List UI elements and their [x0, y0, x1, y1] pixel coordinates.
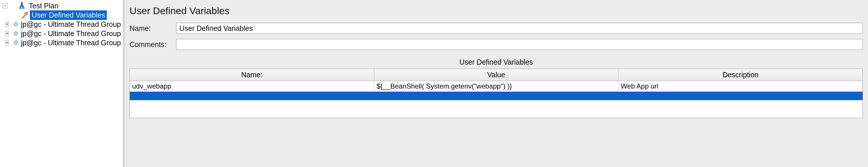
comments-label: Comments:: [129, 40, 173, 49]
cell-name[interactable]: udv_webapp: [130, 81, 374, 91]
gear-icon: [13, 39, 18, 47]
tree-item-thread-group-2[interactable]: + jp@gc - Ultimate Thread Group: [0, 29, 123, 38]
svg-point-8: [15, 33, 17, 34]
table-row[interactable]: udv_webapp ${__BeanShell( System.getenv(…: [130, 81, 863, 92]
tree-item-label[interactable]: jp@gc - Ultimate Thread Group: [19, 20, 123, 29]
tree-root-row[interactable]: − Test Plan: [0, 1, 123, 10]
tree-item-udv[interactable]: User Defined Variables: [0, 10, 123, 20]
col-header-name[interactable]: Name:: [130, 69, 374, 81]
tree-item-label[interactable]: jp@gc - Ultimate Thread Group: [19, 29, 123, 38]
name-label: Name:: [129, 24, 173, 33]
section-title: User Defined Variables: [129, 58, 863, 66]
table-row-selected-empty[interactable]: [130, 92, 863, 101]
table-header: Name: Value Description: [130, 69, 863, 81]
table-body-fill[interactable]: [130, 101, 863, 118]
comments-row: Comments:: [129, 39, 863, 50]
tree-item-label[interactable]: jp@gc - Ultimate Thread Group: [19, 38, 123, 48]
tree-panel: − Test Plan User Defined Variables + jp@…: [0, 0, 124, 167]
flask-icon: [18, 2, 26, 10]
tree-item-label[interactable]: User Defined Variables: [30, 10, 107, 20]
main-panel: User Defined Variables Name: Comments: U…: [124, 0, 868, 167]
expand-icon[interactable]: +: [5, 40, 9, 45]
gear-icon: [13, 29, 18, 37]
name-row: Name:: [129, 23, 863, 34]
tools-icon: [21, 11, 29, 19]
collapse-icon[interactable]: −: [2, 3, 7, 8]
col-header-value[interactable]: Value: [374, 69, 619, 81]
cell-value[interactable]: ${__BeanShell( System.getenv("webapp") )…: [374, 81, 619, 91]
tree-item-thread-group-1[interactable]: + jp@gc - Ultimate Thread Group: [0, 20, 123, 29]
name-input[interactable]: [176, 23, 863, 34]
tree-root-label[interactable]: Test Plan: [27, 1, 60, 11]
expand-icon[interactable]: +: [5, 22, 9, 27]
svg-point-14: [15, 42, 17, 43]
svg-point-2: [15, 24, 17, 25]
col-header-description[interactable]: Description: [618, 69, 863, 81]
expand-icon[interactable]: +: [5, 31, 9, 36]
gear-icon: [13, 20, 18, 28]
page-title: User Defined Variables: [129, 5, 863, 17]
comments-input[interactable]: [176, 39, 863, 50]
variables-table: Name: Value Description udv_webapp ${__B…: [129, 68, 863, 118]
tree-item-thread-group-3[interactable]: + jp@gc - Ultimate Thread Group: [0, 38, 123, 47]
cell-description[interactable]: Web App url: [618, 81, 863, 91]
svg-point-0: [27, 12, 28, 13]
tree-connector: [9, 1, 17, 10]
